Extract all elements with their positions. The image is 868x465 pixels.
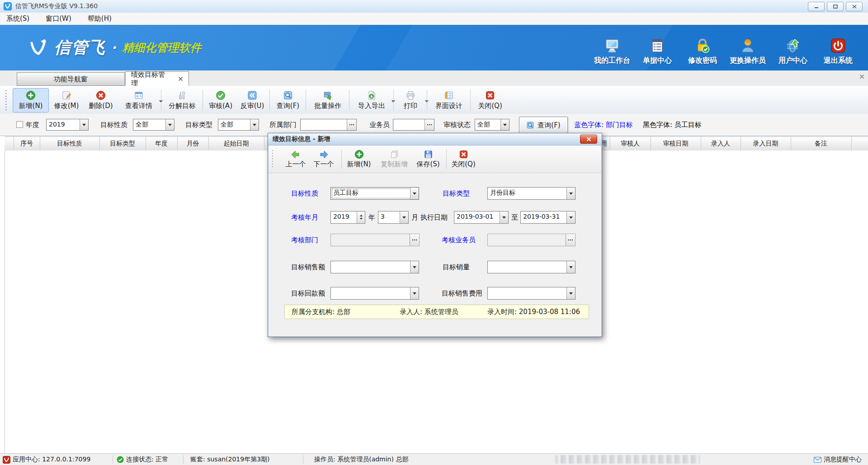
banner-item-switch-user[interactable]: 更换操作员 (725, 38, 770, 66)
banner-item-exit[interactable]: 退出系统 (816, 38, 861, 66)
exec-to-date[interactable]: 2019-03-31 (520, 211, 576, 224)
tools-icon (177, 90, 187, 100)
column-header[interactable]: 审核人 (610, 137, 651, 150)
copy-add-button[interactable]: 复制新增 (377, 147, 411, 171)
target-sales-combo[interactable] (330, 261, 419, 273)
year-spinner[interactable]: 2019 (330, 211, 365, 224)
connection-status[interactable]: 连接状态: 正常 (117, 456, 168, 464)
type-filter-combo[interactable]: 全部 (218, 119, 259, 131)
dialog-toolbar-grip[interactable] (272, 149, 274, 169)
assess-dept-field[interactable] (330, 234, 420, 246)
query-button[interactable]: 查询(F) (519, 117, 568, 134)
close-all-tabs-icon[interactable] (859, 74, 864, 79)
modify-button[interactable]: 修改(M) (50, 88, 83, 113)
banner-item-workbench[interactable]: 我的工作台 (590, 38, 635, 66)
ellipsis-picker-icon[interactable] (566, 234, 575, 246)
print-button[interactable]: 打印 (396, 88, 430, 113)
view-detail-button[interactable]: 查看详情 (118, 88, 165, 113)
banner-item-password[interactable]: 修改密码 (680, 38, 725, 66)
banner-item-user-center[interactable]: 用户中心 (770, 38, 816, 66)
entry-operator-info: 录入人: 系统管理员 (400, 308, 458, 316)
chevron-down-icon[interactable] (410, 261, 419, 273)
chevron-down-icon[interactable] (566, 287, 575, 299)
decompose-target-button[interactable]: 分解目标 (164, 88, 201, 113)
banner-item-documents[interactable]: 单据中心 (635, 38, 680, 66)
reverse-audit-button[interactable]: 反审(U) (237, 88, 268, 113)
chevron-down-icon[interactable] (80, 119, 88, 130)
add-button[interactable]: 新增(N) (13, 88, 49, 113)
month-combo[interactable]: 3 (378, 211, 409, 224)
tab-function-nav[interactable]: 功能导航窗 (17, 72, 125, 86)
save-button[interactable]: 保存(S) (414, 147, 442, 171)
chevron-down-icon[interactable] (500, 211, 508, 223)
chevron-down-icon[interactable] (400, 211, 408, 223)
column-header[interactable]: 序号 (14, 137, 40, 150)
chevron-down-icon[interactable] (566, 211, 575, 223)
batch-operation-button[interactable]: 批量操作 (308, 88, 347, 113)
chevron-down-icon[interactable] (410, 287, 419, 299)
ellipsis-picker-icon[interactable] (425, 119, 434, 130)
chevron-down-icon[interactable] (165, 119, 174, 130)
assess-salesman-field[interactable] (487, 234, 576, 246)
close-tab-icon[interactable] (178, 76, 183, 81)
exec-from-date[interactable]: 2019-03-01 (454, 211, 509, 224)
status-bar: 应用中心: 127.0.0.1:7099 连接状态: 正常 账套: susan(… (0, 453, 868, 465)
dept-filter-field[interactable] (300, 119, 357, 131)
target-expense-combo[interactable] (487, 287, 576, 300)
column-header[interactable]: 目标类型 (99, 137, 146, 150)
spinner-arrows-icon[interactable] (357, 211, 365, 223)
ellipsis-picker-icon[interactable] (347, 119, 356, 130)
previous-button[interactable]: 上一个 (283, 147, 308, 171)
menu-window[interactable]: 窗口(W) (46, 14, 71, 23)
nature-filter-combo[interactable]: 全部 (133, 119, 175, 131)
chevron-down-icon[interactable] (566, 261, 575, 273)
audit-status-combo[interactable]: 全部 (475, 119, 509, 131)
column-header[interactable]: 录入日期 (741, 137, 791, 150)
type-combo[interactable]: 月份目标 (487, 187, 576, 200)
type-label: 目标类型 (443, 189, 470, 198)
document-list-icon (649, 38, 665, 54)
search-icon (526, 121, 534, 129)
dialog-title-bar[interactable]: 绩效目标信息 - 新增 (268, 133, 602, 146)
minimize-button[interactable] (808, 2, 825, 11)
next-button[interactable]: 下一个 (311, 147, 336, 171)
column-header[interactable]: 目标性质 (40, 137, 100, 150)
column-header[interactable]: 审核日期 (651, 137, 701, 150)
dialog-close-button[interactable] (580, 135, 597, 144)
maximize-button[interactable] (827, 2, 844, 11)
toolbar-grip[interactable] (5, 89, 7, 110)
close-button[interactable] (846, 2, 863, 11)
chevron-down-icon[interactable] (500, 119, 509, 130)
column-header[interactable]: 年度 (146, 137, 178, 150)
import-export-button[interactable]: 导入导出 (352, 88, 397, 113)
column-header[interactable]: 月份 (177, 137, 209, 150)
import-export-icon (367, 90, 377, 100)
app-center-status[interactable]: 应用中心: 127.0.0.1:7099 (3, 456, 90, 464)
ellipsis-picker-icon[interactable] (410, 234, 419, 246)
column-header[interactable]: 备注 (791, 137, 852, 150)
app-center-icon (3, 456, 10, 464)
close-module-button[interactable]: 关闭(Q) (473, 88, 507, 113)
target-payment-combo[interactable] (330, 287, 419, 300)
chevron-down-icon[interactable] (410, 188, 419, 199)
tab-performance-target[interactable]: 绩效目标管理 (125, 71, 189, 86)
query-toolbar-button[interactable]: 查询(F) (272, 88, 304, 113)
menu-help[interactable]: 帮助(H) (88, 14, 112, 23)
year-filter-combo[interactable]: 2019 (46, 119, 89, 131)
chevron-down-icon[interactable] (566, 188, 575, 199)
audit-button[interactable]: 审核(A) (205, 88, 236, 113)
dialog-close-toolbar-button[interactable]: 关闭(Q) (449, 147, 477, 171)
message-center-link[interactable]: 消息提醒中心 (814, 456, 862, 464)
chevron-down-icon[interactable] (250, 119, 259, 130)
nature-combo[interactable]: 员工目标 (330, 187, 419, 200)
dialog-add-button[interactable]: 新增(N) (344, 147, 373, 171)
delete-button[interactable]: 删除(D) (84, 88, 118, 113)
salesman-filter-field[interactable] (393, 119, 434, 131)
column-header[interactable]: 录入人 (701, 137, 741, 150)
year-checkbox[interactable] (16, 121, 23, 128)
column-header[interactable]: 起始日期 (208, 137, 264, 150)
ui-design-button[interactable]: 界面设计 (429, 88, 468, 113)
menu-system[interactable]: 系统(S) (6, 14, 29, 23)
target-qty-combo[interactable] (487, 261, 576, 273)
ui-design-icon (444, 90, 454, 100)
